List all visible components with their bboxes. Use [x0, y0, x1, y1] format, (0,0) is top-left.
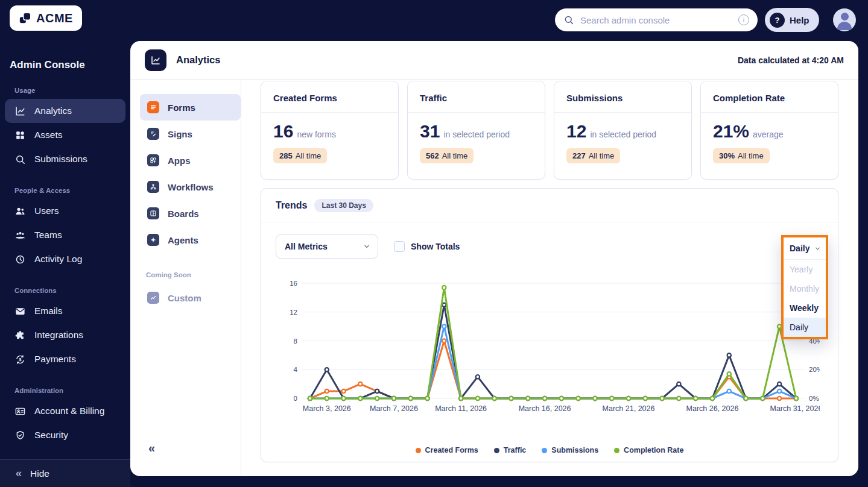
- sidebar-item-emails[interactable]: Emails: [5, 299, 125, 323]
- sidebar-item-label: Analytics: [34, 105, 72, 116]
- envelope-icon: [14, 306, 26, 317]
- sidebar-item-label: Payments: [34, 354, 76, 365]
- stat-title: Created Forms: [261, 81, 398, 113]
- sidebar-item-label: Integrations: [34, 330, 83, 341]
- id-card-icon: [14, 406, 26, 417]
- period-badge: Last 30 Days: [314, 199, 373, 212]
- stat-caption: in selected period: [443, 130, 510, 139]
- boards-icon: [147, 207, 159, 219]
- stat-title: Completion Rate: [701, 81, 838, 113]
- show-totals-label: Show Totals: [411, 242, 460, 251]
- sidebar-item-account-billing[interactable]: Account & Billing: [5, 399, 125, 423]
- nav-item-workflows[interactable]: Workflows: [140, 174, 241, 200]
- stats-row: Created Forms 16new forms 285All time Tr…: [261, 81, 838, 180]
- section-label-administration: Administration: [14, 387, 121, 394]
- stat-card-created-forms: Created Forms 16new forms 285All time: [261, 81, 399, 180]
- payments-cycle-icon: $: [14, 354, 26, 365]
- section-label-connections: Connections: [14, 287, 121, 294]
- svg-text:8: 8: [294, 338, 297, 345]
- admin-search-bar[interactable]: i: [555, 8, 758, 31]
- legend-item: Submissions: [542, 446, 598, 454]
- help-button[interactable]: ? Help: [765, 8, 819, 32]
- sidebar-item-users[interactable]: Users: [5, 199, 125, 223]
- legend-dot: [614, 448, 619, 453]
- chevrons-left-icon: «: [16, 467, 22, 480]
- all-time-badge: 562All time: [420, 148, 474, 163]
- menu-option-daily[interactable]: Daily: [784, 318, 826, 337]
- nav-item-signs[interactable]: Signs: [140, 121, 241, 147]
- legend-label: Completion Rate: [624, 446, 683, 454]
- stat-title: Traffic: [408, 81, 545, 113]
- nav-item-label: Agents: [168, 235, 198, 245]
- menu-option-yearly[interactable]: Yearly: [784, 260, 826, 279]
- search-info-icon[interactable]: i: [738, 14, 749, 25]
- svg-text:March 11, 2026: March 11, 2026: [435, 404, 487, 413]
- agents-sparkle-icon: [147, 234, 159, 246]
- nav-item-label: Apps: [168, 156, 191, 166]
- admin-console-app: ACME i ? Help Admin Console Usage Analyt…: [0, 0, 868, 487]
- all-time-badge: 285All time: [273, 148, 327, 163]
- sidebar-item-analytics[interactable]: Analytics: [5, 99, 125, 123]
- data-calculated-note: Data calculated at 4:20 AM: [738, 55, 844, 65]
- sidebar-item-security[interactable]: Security: [5, 423, 125, 447]
- search-icon: [563, 14, 574, 25]
- stat-card-submissions: Submissions 12in selected period 227All …: [554, 81, 692, 180]
- sidebar-item-label: Users: [34, 206, 59, 216]
- nav-item-agents[interactable]: Agents: [140, 227, 241, 253]
- users-icon: [14, 206, 26, 217]
- sidebar-item-payments[interactable]: $ Payments: [5, 347, 125, 371]
- assets-grid-icon: [14, 130, 26, 141]
- granularity-select[interactable]: Daily: [784, 237, 826, 259]
- nav-item-label: Signs: [168, 129, 192, 139]
- apps-icon: [147, 154, 159, 166]
- hide-label: Hide: [30, 468, 49, 479]
- svg-text:March 7, 2026: March 7, 2026: [370, 404, 418, 413]
- panel-header: Analytics Data calculated at 4:20 AM: [130, 41, 858, 80]
- section-label-people-access: People & Access: [14, 187, 121, 194]
- chart-line-icon: [14, 105, 26, 117]
- menu-option-monthly[interactable]: Monthly: [784, 279, 826, 298]
- signs-icon: [147, 128, 159, 140]
- sidebar-item-teams[interactable]: Teams: [5, 223, 125, 247]
- all-time-badge: 227All time: [566, 148, 620, 163]
- nav-item-forms[interactable]: Forms: [140, 94, 241, 121]
- stat-caption: new forms: [297, 130, 336, 139]
- legend-item: Created Forms: [416, 446, 478, 454]
- nav-item-label: Custom: [168, 293, 201, 303]
- sidebar-collapse-button[interactable]: « Hide: [0, 459, 130, 487]
- legend-label: Created Forms: [425, 446, 478, 454]
- show-totals-checkbox[interactable]: [394, 241, 405, 252]
- nav-collapse-button[interactable]: «: [148, 442, 155, 454]
- puzzle-icon: [14, 330, 26, 341]
- stat-caption: average: [753, 130, 784, 139]
- sidebar-item-activity-log[interactable]: Activity Log: [5, 247, 125, 271]
- svg-text:$: $: [19, 357, 22, 362]
- sidebar-item-integrations[interactable]: Integrations: [5, 323, 125, 347]
- search-input[interactable]: [580, 15, 732, 25]
- menu-option-weekly[interactable]: Weekly: [784, 298, 826, 318]
- sidebar-item-label: Emails: [34, 306, 63, 316]
- nav-item-label: Forms: [168, 102, 195, 113]
- metric-filter-select[interactable]: All Metrics: [276, 234, 378, 259]
- svg-text:12: 12: [290, 309, 297, 316]
- legend-dot: [494, 448, 499, 453]
- trends-title: Trends: [276, 200, 307, 211]
- sidebar-item-submissions[interactable]: Submissions: [5, 147, 125, 171]
- trends-card: Trends Last 30 Days All Metrics Show Tot…: [261, 188, 838, 462]
- sidebar-item-assets[interactable]: Assets: [5, 123, 125, 147]
- nav-item-boards[interactable]: Boards: [140, 200, 241, 227]
- stat-card-traffic: Traffic 31in selected period 562All time: [407, 81, 545, 180]
- legend-item: Completion Rate: [614, 446, 683, 454]
- stat-title: Submissions: [554, 81, 691, 113]
- nav-item-apps[interactable]: Apps: [140, 147, 241, 174]
- search-icon: [14, 154, 26, 165]
- brand-logo[interactable]: ACME: [10, 5, 82, 31]
- nav-item-custom[interactable]: Custom: [140, 284, 241, 311]
- coming-soon-label: Coming Soon: [146, 271, 241, 278]
- svg-text:0: 0: [294, 395, 297, 402]
- user-avatar[interactable]: [833, 8, 856, 31]
- svg-text:4: 4: [294, 366, 298, 373]
- stat-value: 31: [420, 121, 440, 141]
- svg-text:20%: 20%: [809, 366, 820, 373]
- acme-logo-icon: [19, 11, 32, 25]
